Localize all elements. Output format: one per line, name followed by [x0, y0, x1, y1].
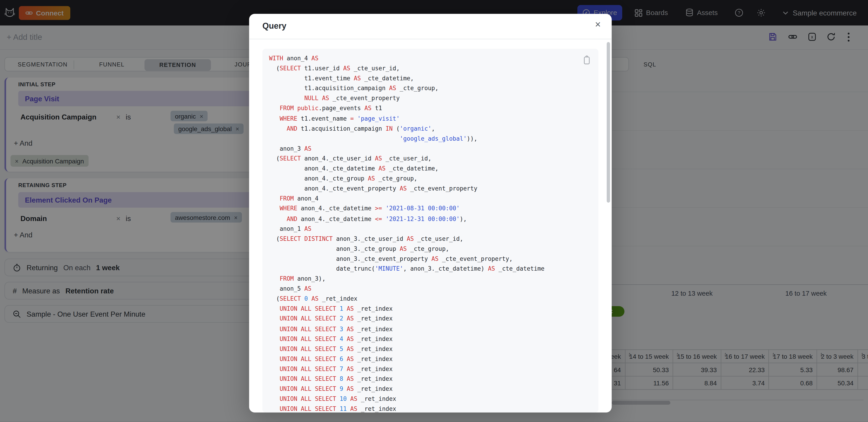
- query-modal: Query × WITH anon_4 AS (SELECT t1.user_i…: [249, 14, 612, 413]
- copy-code-icon[interactable]: [583, 55, 591, 65]
- sql-code-block: WITH anon_4 AS (SELECT t1.user_id AS _ct…: [262, 49, 598, 413]
- sql-code: WITH anon_4 AS (SELECT t1.user_id AS _ct…: [269, 53, 545, 413]
- modal-title: Query: [262, 21, 286, 30]
- modal-close-icon[interactable]: ×: [592, 18, 604, 30]
- modal-header-divider: [249, 39, 612, 39]
- modal-scrollbar[interactable]: [607, 42, 610, 203]
- app-root: Connect Explore Boards: [0, 0, 868, 422]
